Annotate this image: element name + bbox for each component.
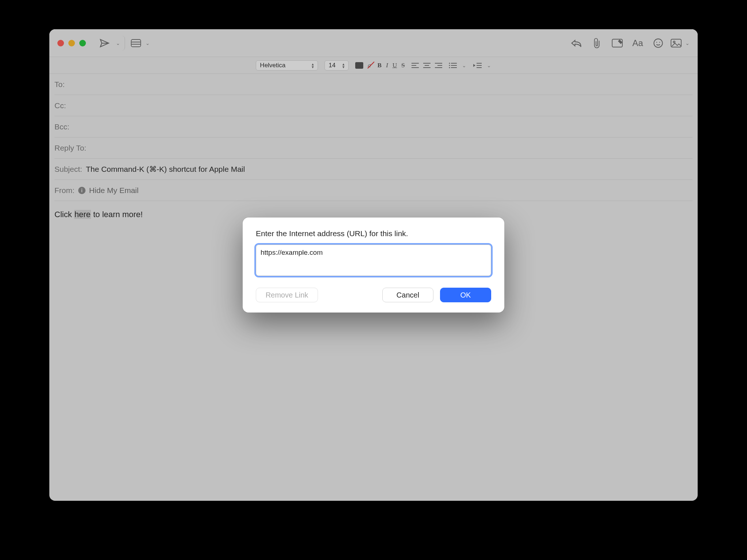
italic-button[interactable]: I (386, 62, 388, 69)
text-color-button[interactable] (355, 62, 363, 69)
from-label: From: (54, 186, 75, 195)
format-bar: Helvetica ▴▾ 14 ▴▾ a B I U S (49, 57, 698, 74)
body-text-pre: Click (54, 210, 74, 219)
photo-icon (671, 39, 682, 48)
traffic-lights (57, 40, 86, 46)
markup-button[interactable] (609, 36, 625, 50)
font-size-select[interactable]: 14 ▴▾ (325, 60, 349, 71)
strike-line-icon (367, 61, 375, 69)
highlight-color-button[interactable]: a (368, 62, 371, 69)
underline-button[interactable]: U (393, 62, 397, 69)
subject-field[interactable]: Subject: The Command-K (⌘-K) shortcut fo… (54, 159, 693, 180)
subject-label: Subject: (54, 165, 82, 174)
stepper-icon: ▴▾ (342, 63, 345, 68)
emoji-button[interactable] (650, 36, 666, 50)
indent-icon (473, 63, 482, 68)
chevron-down-icon: ⌄ (462, 63, 466, 68)
bcc-label: Bcc: (54, 122, 69, 131)
minimize-window-button[interactable] (68, 40, 75, 46)
strikethrough-button[interactable]: S (401, 62, 405, 69)
remove-link-button[interactable]: Remove Link (256, 288, 318, 302)
svg-point-23 (449, 67, 450, 68)
body-text-post: to learn more! (91, 210, 143, 219)
chevron-down-icon: ⌄ (487, 63, 491, 68)
svg-point-5 (656, 42, 657, 42)
send-button[interactable]: ⌄ (99, 36, 125, 50)
svg-point-4 (654, 39, 662, 47)
dialog-buttons: Remove Link Cancel OK (256, 288, 491, 302)
list-icon (449, 63, 457, 68)
align-right-button[interactable] (435, 63, 442, 68)
bcc-field[interactable]: Bcc: (54, 116, 693, 137)
from-value: Hide My Email (89, 186, 139, 195)
dialog-prompt: Enter the Internet address (URL) for thi… (256, 229, 491, 238)
svg-point-21 (449, 65, 450, 66)
reply-to-label: Reply To: (54, 144, 86, 152)
subject-value: The Command-K (⌘-K) shortcut for Apple M… (86, 165, 245, 174)
add-link-dialog: Enter the Internet address (URL) for thi… (243, 217, 504, 313)
photo-browser-button[interactable]: ⌄ (671, 36, 690, 50)
cc-field[interactable]: Cc: (54, 95, 693, 116)
to-field[interactable]: To: (54, 74, 693, 95)
list-style-button[interactable]: ⌄ (449, 63, 466, 68)
paperclip-icon (592, 38, 602, 49)
to-label: To: (54, 80, 65, 89)
zoom-window-button[interactable] (79, 40, 86, 46)
cc-label: Cc: (54, 101, 66, 110)
svg-line-9 (368, 62, 374, 68)
font-family-select[interactable]: Helvetica ▴▾ (256, 60, 318, 71)
font-family-value: Helvetica (260, 62, 285, 69)
reply-button[interactable] (568, 36, 584, 50)
svg-point-8 (673, 41, 675, 43)
info-icon: i (78, 187, 86, 194)
compose-window: ⌄ ⌄ Aa (49, 29, 698, 501)
send-icon (99, 38, 110, 49)
align-left-button[interactable] (412, 63, 419, 68)
bold-button[interactable]: B (378, 62, 382, 69)
format-icon: Aa (632, 38, 643, 48)
format-button[interactable]: Aa (630, 36, 646, 50)
svg-rect-0 (131, 39, 141, 47)
attach-button[interactable] (589, 36, 605, 50)
reply-to-field[interactable]: Reply To: (54, 137, 693, 159)
close-window-button[interactable] (57, 40, 64, 46)
markup-icon (612, 38, 623, 48)
emoji-icon (653, 38, 663, 48)
url-input[interactable] (256, 245, 491, 276)
header-fields-icon (131, 39, 141, 47)
align-center-button[interactable] (423, 63, 431, 68)
titlebar: ⌄ ⌄ Aa (49, 29, 698, 57)
chevron-down-icon: ⌄ (145, 40, 150, 46)
font-size-value: 14 (329, 62, 335, 69)
header-fields-button[interactable]: ⌄ (131, 36, 150, 50)
svg-point-6 (659, 42, 660, 42)
message-headers: To: Cc: Bcc: Reply To: Subject: The Comm… (49, 74, 698, 201)
indent-button[interactable]: ⌄ (473, 63, 491, 68)
chevron-down-icon: ⌄ (685, 40, 690, 46)
chevron-down-icon: ⌄ (116, 40, 120, 46)
reply-icon (571, 38, 582, 48)
body-selection: here (74, 210, 91, 219)
ok-button[interactable]: OK (440, 288, 491, 302)
cancel-button[interactable]: Cancel (382, 288, 433, 302)
stepper-icon: ▴▾ (312, 63, 314, 68)
from-field[interactable]: From: i Hide My Email (54, 180, 693, 201)
svg-point-19 (449, 63, 450, 64)
